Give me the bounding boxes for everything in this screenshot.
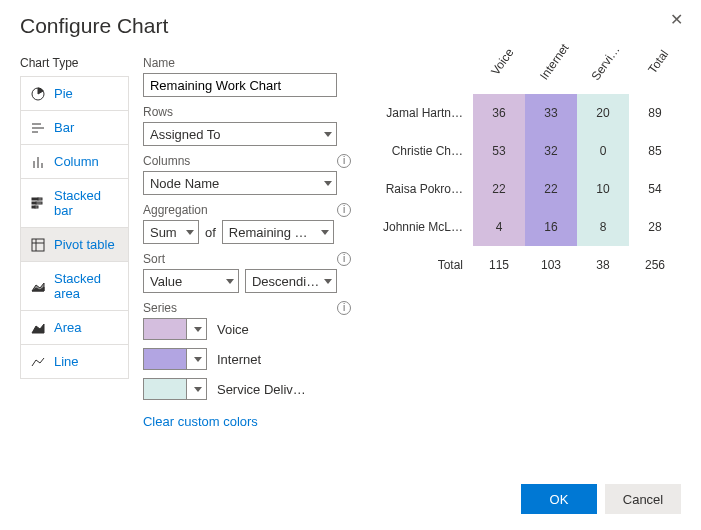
pivot-cell: 22 xyxy=(473,170,525,208)
pivot-cell: 85 xyxy=(629,132,681,170)
cancel-button[interactable]: Cancel xyxy=(605,484,681,514)
info-icon[interactable]: i xyxy=(337,154,351,168)
chevron-down-icon xyxy=(324,181,332,186)
table-row-total: Total11510338256 xyxy=(381,246,681,284)
sort-label: Sort xyxy=(143,252,165,266)
sort-by-select[interactable]: Value xyxy=(143,269,239,293)
chart-type-label: Bar xyxy=(54,120,74,135)
pivot-row-header: Raisa Pokro… xyxy=(381,170,473,208)
columns-select[interactable]: Node Name xyxy=(143,171,337,195)
pivot-cell: 4 xyxy=(473,208,525,246)
series-label: Voice xyxy=(217,322,249,337)
name-input[interactable] xyxy=(143,73,337,97)
pivot-cell: 16 xyxy=(525,208,577,246)
pivot-cell: 89 xyxy=(629,94,681,132)
series-label: Service Deliv… xyxy=(217,382,306,397)
chevron-down-icon xyxy=(194,327,202,332)
pivot-table-icon xyxy=(31,238,45,252)
series-color-picker[interactable] xyxy=(143,318,207,340)
info-icon[interactable]: i xyxy=(337,252,351,266)
pie-icon xyxy=(31,87,45,101)
pivot-cell: 53 xyxy=(473,132,525,170)
series-item: Service Deliv… xyxy=(143,378,351,400)
chevron-down-icon xyxy=(186,230,194,235)
aggregation-field-select[interactable]: Remaining Work xyxy=(222,220,334,244)
chart-type-label: Pie xyxy=(54,86,73,101)
close-icon[interactable]: ✕ xyxy=(670,10,683,29)
pivot-cell: 8 xyxy=(577,208,629,246)
pivot-row-header: Christie Ch… xyxy=(381,132,473,170)
info-icon[interactable]: i xyxy=(337,301,351,315)
pivot-row-header: Johnnie McL… xyxy=(381,208,473,246)
svg-rect-8 xyxy=(38,198,42,200)
chart-type-label: Stacked area xyxy=(54,271,118,301)
line-icon xyxy=(31,355,45,369)
chart-type-label: Stacked bar xyxy=(54,188,118,218)
columns-label: Columns xyxy=(143,154,190,168)
pivot-cell: 32 xyxy=(525,132,577,170)
svg-rect-13 xyxy=(32,239,44,251)
pivot-row-header: Total xyxy=(381,246,473,284)
table-row: Jamal Hartn…36332089 xyxy=(381,94,681,132)
chart-type-bar[interactable]: Bar xyxy=(21,111,128,145)
rows-label: Rows xyxy=(143,105,173,119)
aggregation-fn-select[interactable]: Sum xyxy=(143,220,199,244)
rows-select[interactable]: Assigned To xyxy=(143,122,337,146)
sort-dir-select[interactable]: Descending xyxy=(245,269,337,293)
series-color-picker[interactable] xyxy=(143,378,207,400)
pivot-cell: 38 xyxy=(577,246,629,284)
pivot-cell: 54 xyxy=(629,170,681,208)
chevron-down-icon xyxy=(324,132,332,137)
area-icon xyxy=(31,321,45,335)
table-row: Raisa Pokro…22221054 xyxy=(381,170,681,208)
svg-rect-9 xyxy=(32,202,36,204)
chart-type-area[interactable]: Area xyxy=(21,311,128,345)
clear-colors-link[interactable]: Clear custom colors xyxy=(143,414,258,429)
series-color-picker[interactable] xyxy=(143,348,207,370)
chevron-down-icon xyxy=(194,357,202,362)
pivot-col-header: Voice xyxy=(473,56,525,94)
chevron-down-icon xyxy=(194,387,202,392)
series-label: Series xyxy=(143,301,177,315)
pivot-row-header: Jamal Hartn… xyxy=(381,94,473,132)
info-icon[interactable]: i xyxy=(337,203,351,217)
chart-type-pie[interactable]: Pie xyxy=(21,77,128,111)
pivot-cell: 33 xyxy=(525,94,577,132)
chart-type-label: Pivot table xyxy=(54,237,115,252)
chart-type-stacked-area[interactable]: Stacked area xyxy=(21,262,128,311)
pivot-cell: 22 xyxy=(525,170,577,208)
chart-type-column[interactable]: Column xyxy=(21,145,128,179)
name-label: Name xyxy=(143,56,175,70)
chart-type-pivot-table[interactable]: Pivot table xyxy=(21,228,128,262)
svg-rect-12 xyxy=(35,206,38,208)
svg-rect-7 xyxy=(32,198,38,200)
series-item: Voice xyxy=(143,318,351,340)
stacked-bar-icon xyxy=(31,196,45,210)
chevron-down-icon xyxy=(324,279,332,284)
chevron-down-icon xyxy=(321,230,329,235)
pivot-preview: VoiceInternetService Del…Total Jamal Har… xyxy=(381,56,681,284)
ok-button[interactable]: OK xyxy=(521,484,597,514)
table-row: Christie Ch…5332085 xyxy=(381,132,681,170)
chart-type-line[interactable]: Line xyxy=(21,345,128,378)
pivot-cell: 36 xyxy=(473,94,525,132)
pivot-cell: 115 xyxy=(473,246,525,284)
aggregation-label: Aggregation xyxy=(143,203,208,217)
pivot-cell: 0 xyxy=(577,132,629,170)
chart-type-stacked-bar[interactable]: Stacked bar xyxy=(21,179,128,228)
pivot-cell: 10 xyxy=(577,170,629,208)
chart-type-label: Line xyxy=(54,354,79,369)
chart-type-label: Area xyxy=(54,320,81,335)
series-item: Internet xyxy=(143,348,351,370)
chart-type-label: Chart Type xyxy=(20,56,129,70)
series-label: Internet xyxy=(217,352,261,367)
bar-icon xyxy=(31,121,45,135)
pivot-cell: 20 xyxy=(577,94,629,132)
pivot-cell: 103 xyxy=(525,246,577,284)
pivot-cell: 256 xyxy=(629,246,681,284)
svg-rect-10 xyxy=(36,202,42,204)
pivot-col-header: Total xyxy=(629,56,681,94)
of-label: of xyxy=(205,225,216,240)
stacked-area-icon xyxy=(31,279,45,293)
pivot-cell: 28 xyxy=(629,208,681,246)
